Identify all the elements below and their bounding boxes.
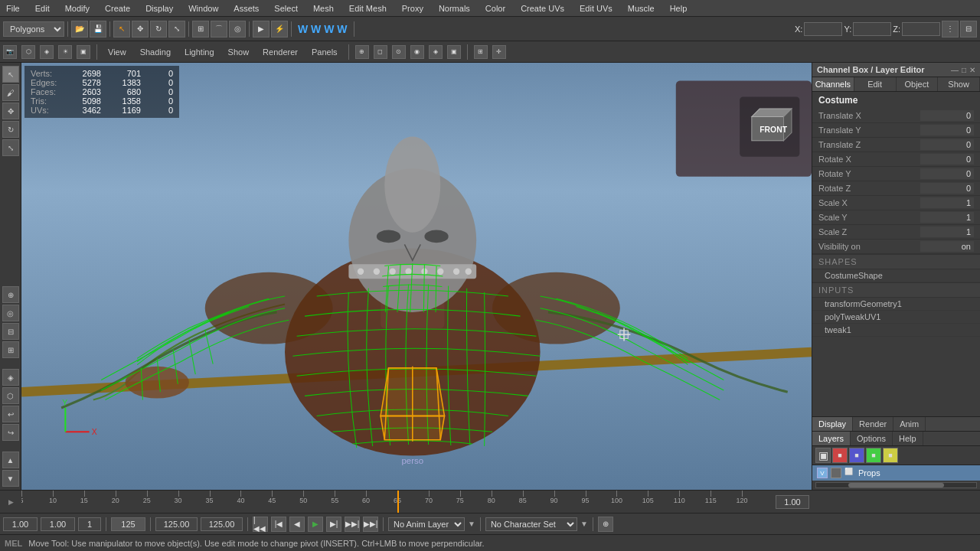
tool-extra2[interactable]: ▼ xyxy=(2,470,19,487)
attr-translate-z-input[interactable] xyxy=(920,139,974,150)
toolbar-save-btn[interactable]: 💾 xyxy=(90,21,106,37)
bc-end-time1[interactable] xyxy=(155,517,198,531)
play-btn[interactable]: ▶ xyxy=(308,517,323,532)
poly-tweak-uv-item[interactable]: polyTweakUV1 xyxy=(812,311,980,324)
coord-y-input[interactable] xyxy=(853,22,891,36)
menu-edit-mesh[interactable]: Edit Mesh xyxy=(346,2,390,15)
menu-mesh[interactable]: Mesh xyxy=(310,2,337,15)
tool-layers[interactable]: ⊟ xyxy=(2,323,19,340)
menu-create-uvs[interactable]: Create UVs xyxy=(518,2,567,15)
vp-wireframe-btn[interactable]: ⬡ xyxy=(21,45,35,59)
play-prev-key-btn[interactable]: |◀ xyxy=(271,517,286,532)
bc-frame-input[interactable] xyxy=(78,517,101,531)
layer-props[interactable]: V ⬜ Props xyxy=(812,465,980,481)
toolbar-ipr-btn[interactable]: ⚡ xyxy=(271,21,288,37)
le-color3-btn[interactable]: ■ xyxy=(866,448,881,463)
tool-snap[interactable]: ⊕ xyxy=(2,286,19,303)
menu-display[interactable]: Display xyxy=(142,2,176,15)
vp-icon-3[interactable]: ⊙ xyxy=(392,45,406,59)
transform-geometry-item[interactable]: transformGeometry1 xyxy=(812,298,980,311)
menu-normals[interactable]: Normals xyxy=(436,2,473,15)
play-start-btn[interactable]: |◀◀ xyxy=(253,517,268,532)
coord-x-input[interactable] xyxy=(804,22,842,36)
tool-redo[interactable]: ↪ xyxy=(2,424,19,441)
play-next-key-btn[interactable]: ▶▶| xyxy=(345,517,360,532)
timeline-end-frame[interactable] xyxy=(776,495,809,509)
bc-end-time2[interactable] xyxy=(201,517,243,531)
cb-maximize-btn[interactable]: □ xyxy=(962,66,966,74)
toolbar-layout-btn[interactable]: ⊟ xyxy=(960,21,977,37)
vp-icon-4[interactable]: ◉ xyxy=(410,45,424,59)
lighting-tab[interactable]: Lighting xyxy=(180,46,219,58)
le-subtab-layers[interactable]: Layers xyxy=(812,432,851,445)
tool-undo[interactable]: ↩ xyxy=(2,406,19,422)
bc-end-input[interactable] xyxy=(41,517,75,531)
toolbar-snap-grid-btn[interactable]: ⊞ xyxy=(192,21,209,37)
toolbar-open-btn[interactable]: 📂 xyxy=(71,21,88,37)
menu-edit[interactable]: Edit xyxy=(32,2,53,15)
play-next-btn[interactable]: ▶| xyxy=(326,517,341,532)
view-tab[interactable]: View xyxy=(103,46,131,58)
le-add-btn[interactable]: ▣ xyxy=(815,448,831,463)
vp-light-btn[interactable]: ☀ xyxy=(58,45,72,59)
attr-visibility-input[interactable] xyxy=(920,241,974,252)
anim-layer-dropdown[interactable]: No Anim Layer xyxy=(388,517,465,531)
le-tab-render[interactable]: Render xyxy=(853,417,893,431)
costume-shape-item[interactable]: CostumeShape xyxy=(812,269,980,282)
play-prev-btn[interactable]: ◀ xyxy=(289,517,305,532)
show-tab[interactable]: Show xyxy=(224,46,254,58)
cb-tab-show[interactable]: Show xyxy=(938,77,980,91)
tool-scale[interactable]: ⤡ xyxy=(2,139,19,156)
toolbar-scale-btn[interactable]: ⤡ xyxy=(168,21,185,37)
bc-extra-btn[interactable]: ⊕ xyxy=(598,517,613,532)
play-end-btn[interactable]: ▶▶| xyxy=(363,517,378,532)
menu-color[interactable]: Color xyxy=(482,2,508,15)
vp-icon-5[interactable]: ◈ xyxy=(429,45,443,59)
le-color2-btn[interactable]: ■ xyxy=(849,448,864,463)
toolbar-more-btn[interactable]: ⋮ xyxy=(942,21,959,37)
toolbar-snap-curve-btn[interactable]: ⌒ xyxy=(211,21,227,37)
mode-dropdown[interactable]: Polygons xyxy=(3,21,64,37)
vp-smooth-btn[interactable]: ◈ xyxy=(40,45,54,59)
toolbar-render-btn[interactable]: ▶ xyxy=(253,21,270,37)
attr-scale-z-input[interactable] xyxy=(920,227,974,237)
vp-axis-btn[interactable]: ✛ xyxy=(492,45,506,59)
tool-paint[interactable]: 🖌 xyxy=(2,84,19,101)
menu-create[interactable]: Create xyxy=(102,2,133,15)
shading-tab[interactable]: Shading xyxy=(136,46,175,58)
le-color4-btn[interactable]: ■ xyxy=(883,448,898,463)
attr-translate-x-input[interactable] xyxy=(920,110,974,121)
menu-assets[interactable]: Assets xyxy=(230,2,262,15)
tool-move[interactable]: ✥ xyxy=(2,103,19,119)
attr-rotate-y-input[interactable] xyxy=(920,168,974,179)
le-color1-btn[interactable]: ■ xyxy=(832,448,848,463)
char-set-dropdown[interactable]: No Character Set xyxy=(485,517,577,531)
attr-rotate-z-input[interactable] xyxy=(920,183,974,194)
layer-scrollbar[interactable] xyxy=(815,482,977,488)
char-set-arrow[interactable]: ▼ xyxy=(580,520,588,528)
attr-scale-y-input[interactable] xyxy=(920,212,974,223)
tweak-item[interactable]: tweak1 xyxy=(812,324,980,337)
menu-muscle[interactable]: Muscle xyxy=(625,2,658,15)
layer-vis-btn[interactable]: V xyxy=(817,468,828,478)
menu-file[interactable]: File xyxy=(3,2,23,15)
menu-proxy[interactable]: Proxy xyxy=(399,2,426,15)
le-subtab-help[interactable]: Help xyxy=(893,432,923,445)
vp-icon-1[interactable]: ⊕ xyxy=(355,45,369,59)
tool-extra1[interactable]: ▲ xyxy=(2,452,19,468)
menu-edit-uvs[interactable]: Edit UVs xyxy=(577,2,616,15)
vp-icon-2[interactable]: ◻ xyxy=(374,45,387,59)
menu-modify[interactable]: Modify xyxy=(62,2,93,15)
renderer-tab[interactable]: Renderer xyxy=(258,46,302,58)
tool-rotate[interactable]: ↻ xyxy=(2,121,19,138)
toolbar-snap-point-btn[interactable]: ◎ xyxy=(229,21,246,37)
cb-minimize-btn[interactable]: — xyxy=(951,66,959,74)
vp-icon-6[interactable]: ▣ xyxy=(447,45,461,59)
le-subtab-options[interactable]: Options xyxy=(851,432,893,445)
cb-tab-object[interactable]: Object xyxy=(897,77,939,91)
cb-tab-edit[interactable]: Edit xyxy=(854,77,897,91)
menu-help[interactable]: Help xyxy=(667,2,691,15)
timeline-ruler[interactable]: 5101520253035404550556065707580859095100… xyxy=(21,491,773,513)
cb-close-btn[interactable]: ✕ xyxy=(969,66,975,74)
attr-rotate-x-input[interactable] xyxy=(920,154,974,165)
